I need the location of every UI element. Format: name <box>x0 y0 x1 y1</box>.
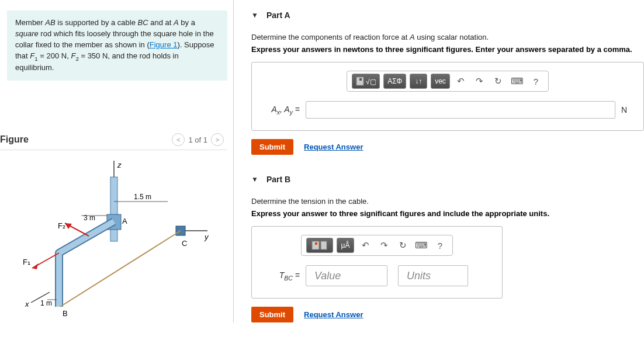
partB-collapse-icon[interactable]: ▼ <box>251 175 258 183</box>
figure-next-button[interactable]: > <box>211 133 224 146</box>
svg-rect-15 <box>359 78 362 81</box>
dim-1_5m: 1.5 m <box>134 193 151 201</box>
svg-text:√▢: √▢ <box>366 78 376 86</box>
partA-submit-button[interactable]: Submit <box>251 139 293 155</box>
problem-statement: Member AB is supported by a cable BC and… <box>7 11 227 81</box>
help-icon[interactable]: ? <box>528 74 543 89</box>
dim-1m: 1 m <box>40 299 52 307</box>
label-A: A <box>122 217 127 225</box>
greek-button[interactable]: ΑΣΦ <box>383 74 406 89</box>
partB-title: Part B <box>266 175 290 184</box>
partB-request-answer-link[interactable]: Request Answer <box>304 310 363 319</box>
figure-counter: 1 of 1 <box>188 136 207 144</box>
svg-marker-8 <box>32 263 38 269</box>
partB-prompt: Determine the tension in the cable. <box>251 197 644 206</box>
figure-diagram: z y x A B <box>0 161 227 318</box>
partA-prompt: Determine the components of reaction for… <box>251 33 644 41</box>
redo-icon[interactable]: ↷ <box>376 238 392 253</box>
label-C: C <box>182 239 187 248</box>
keyboard-icon[interactable]: ⌨ <box>510 74 525 89</box>
reset-icon[interactable]: ↻ <box>395 238 410 253</box>
partB-toolbar: µÅ ↶ ↷ ↻ ⌨ ? <box>301 235 453 256</box>
partA-answer-box: √▢ ΑΣΦ ↓↑ vec ↶ ↷ ↻ ⌨ ? Ax, Ay = N <box>251 62 644 131</box>
reset-icon[interactable]: ↻ <box>491 74 506 89</box>
partA-eq-label: Ax, Ay = <box>262 105 300 116</box>
label-F1: F₁ <box>23 258 30 266</box>
partA-instruction: Express your answers in newtons to three… <box>251 45 644 54</box>
undo-icon[interactable]: ↶ <box>453 74 469 89</box>
partA-request-answer-link[interactable]: Request Answer <box>304 143 363 151</box>
partA-toolbar: √▢ ΑΣΦ ↓↑ vec ↶ ↷ ↻ ⌨ ? <box>347 71 549 92</box>
redo-icon[interactable]: ↷ <box>472 74 487 89</box>
partB-submit-button[interactable]: Submit <box>251 307 293 322</box>
dim-3m: 3 m <box>84 214 95 222</box>
partA-unit-label: N <box>621 105 633 115</box>
help-icon[interactable]: ? <box>432 238 448 253</box>
axis-y-label: y <box>204 233 209 241</box>
templates-button[interactable]: √▢ <box>352 74 380 89</box>
label-F2: F₂ <box>58 221 65 230</box>
vec-button[interactable]: vec <box>431 74 450 89</box>
svg-rect-18 <box>321 241 327 249</box>
svg-rect-19 <box>315 242 317 245</box>
partA-title: Part A <box>266 11 290 20</box>
figure-title: Figure <box>0 134 29 145</box>
partB-instruction: Express your answer to three significant… <box>251 209 644 218</box>
partA-answer-input[interactable] <box>306 101 615 119</box>
partB-value-input[interactable]: Value <box>306 265 387 286</box>
subscript-button[interactable]: ↓↑ <box>410 74 427 89</box>
templates-button[interactable] <box>306 238 333 253</box>
figure-prev-button[interactable]: < <box>172 133 185 146</box>
partB-eq-label: TBC = <box>262 270 300 282</box>
axis-z-label: z <box>117 161 122 169</box>
label-B: B <box>63 309 68 318</box>
axis-x-label: x <box>25 300 29 308</box>
figure-link[interactable]: Figure 1 <box>150 40 178 49</box>
undo-icon[interactable]: ↶ <box>358 238 373 253</box>
partB-answer-box: µÅ ↶ ↷ ↻ ⌨ ? TBC = Value Units <box>251 226 503 299</box>
partB-units-input[interactable]: Units <box>398 265 468 286</box>
units-symbol-button[interactable]: µÅ <box>337 238 354 253</box>
svg-rect-3 <box>110 177 117 241</box>
partA-collapse-icon[interactable]: ▼ <box>251 11 258 19</box>
keyboard-icon[interactable]: ⌨ <box>414 238 429 253</box>
